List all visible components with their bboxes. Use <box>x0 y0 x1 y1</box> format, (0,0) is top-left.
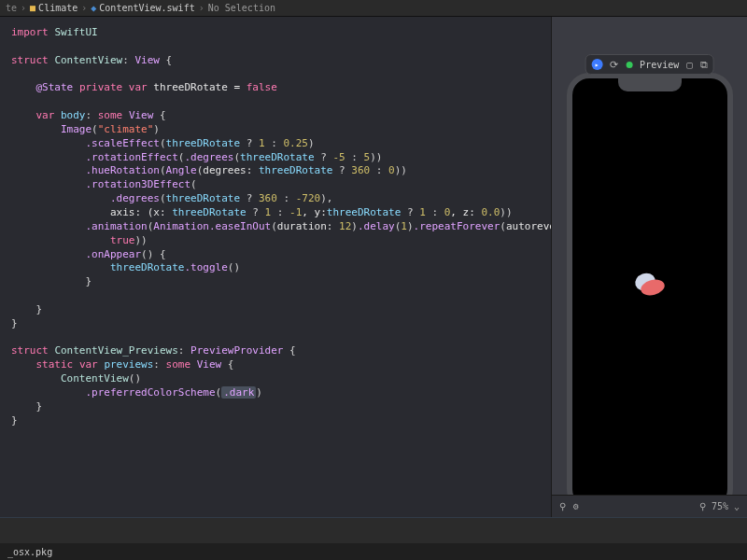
chevron-right-icon: › <box>81 3 87 13</box>
breadcrumb-selection: No Selection <box>208 3 275 13</box>
device-icon[interactable]: ▢ <box>686 59 693 71</box>
preview-canvas: ▸ ⟳ Preview ▢ ⧉ ⚲ ⚙ ⚲ 75% <box>551 17 747 517</box>
live-preview-button[interactable]: ▸ <box>591 59 602 70</box>
refresh-icon[interactable]: ⟳ <box>610 59 618 71</box>
swift-file-icon: ◆ <box>91 3 96 13</box>
status-indicator <box>626 62 632 68</box>
download-filename: _osx.pkg <box>7 547 52 557</box>
download-bar[interactable]: _osx.pkg <box>0 543 747 560</box>
device-frame <box>567 73 733 511</box>
zoom-icon[interactable]: ⚲ <box>699 501 706 511</box>
zoom-menu-icon[interactable]: ⌄ <box>734 501 740 511</box>
breadcrumb-bar[interactable]: te › ■ Climate › ◆ ContentView.swift › N… <box>0 0 747 17</box>
folder-icon: ■ <box>30 3 35 13</box>
chevron-right-icon: › <box>21 3 26 13</box>
iphone-frame <box>567 73 733 511</box>
preview-toolbar[interactable]: ▸ ⟳ Preview ▢ ⧉ <box>585 54 714 75</box>
code-editor[interactable]: import SwiftUI struct ContentView: View … <box>0 17 551 517</box>
chevron-right-icon: › <box>199 3 204 13</box>
preview-label: Preview <box>640 60 679 70</box>
preview-footer: ⚲ ⚙ ⚲ 75% ⌄ <box>552 495 747 517</box>
breadcrumb-file[interactable]: ContentView.swift <box>99 3 194 13</box>
animated-image <box>635 273 665 294</box>
device-notch <box>618 78 682 91</box>
pin-icon[interactable]: ⚲ <box>559 501 566 511</box>
zoom-level[interactable]: 75% <box>712 501 728 511</box>
duplicate-icon[interactable]: ⧉ <box>700 59 708 71</box>
breadcrumb-project[interactable]: Climate <box>38 3 78 13</box>
settings-icon[interactable]: ⚙ <box>573 501 579 511</box>
breadcrumb-root: te <box>6 3 17 13</box>
editor-footer-bar <box>0 517 747 543</box>
main-split: import SwiftUI struct ContentView: View … <box>0 17 747 517</box>
